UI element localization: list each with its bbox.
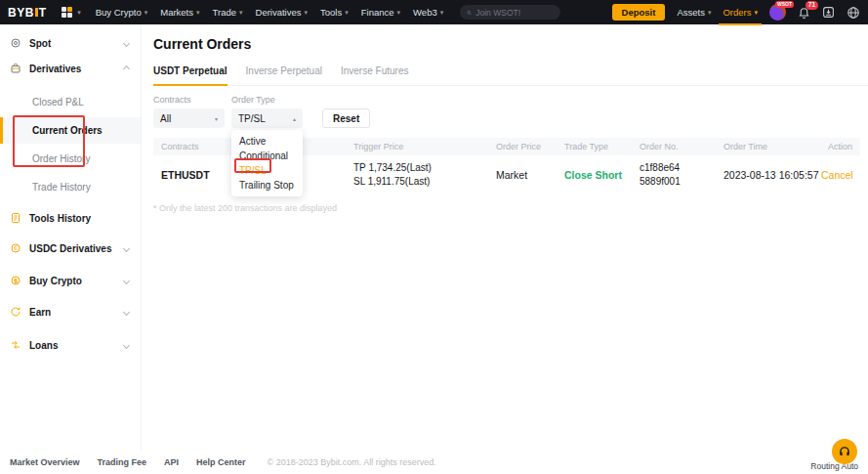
sidebar-item-usdc-derivatives[interactable]: USDC Derivatives: [0, 236, 141, 261]
chevron-down-icon: ▾: [215, 115, 218, 122]
sidebar-item-order-history[interactable]: Order History: [0, 146, 141, 172]
support-chat-button[interactable]: [832, 439, 857, 464]
apps-grid-icon: [62, 7, 73, 19]
sidebar-item-buy-crypto[interactable]: Buy Crypto: [0, 268, 141, 293]
chevron-down-icon: [123, 308, 130, 315]
search-icon: [467, 9, 472, 17]
language-button[interactable]: [847, 6, 860, 20]
page-title: Current Orders: [153, 36, 868, 52]
chevron-up-icon: ▴: [293, 115, 296, 122]
footer-link-market-overview[interactable]: Market Overview: [10, 457, 80, 467]
reset-button[interactable]: Reset: [322, 108, 370, 128]
order-type-select[interactable]: TP/SL ▴: [231, 108, 303, 128]
derivatives-icon: [10, 63, 21, 74]
nav-buy-crypto[interactable]: Buy Crypto▾: [96, 7, 148, 18]
footer-link-api[interactable]: API: [164, 457, 179, 467]
table-footnote: * Only the latest 200 transactions are d…: [153, 203, 868, 213]
chevron-down-icon: [123, 341, 130, 348]
cell-trade-type: Close Short: [564, 169, 640, 181]
buy-crypto-icon: [10, 275, 21, 286]
tab-inverse-perpetual[interactable]: Inverse Perpetual: [246, 65, 322, 85]
dropdown-option-active[interactable]: Active: [231, 134, 303, 149]
logo-i-bar: [35, 8, 38, 17]
dropdown-option-tpsl[interactable]: TP/SL: [231, 163, 303, 178]
spot-icon: [10, 37, 21, 49]
chevron-down-icon: ▾: [305, 9, 309, 17]
chevron-down-icon: ▾: [196, 9, 200, 17]
chevron-down-icon: ▾: [145, 9, 148, 17]
contracts-select[interactable]: All ▾: [153, 108, 225, 128]
sidebar-item-trade-history[interactable]: Trade History: [0, 174, 141, 200]
sidebar-item-derivatives[interactable]: Derivatives: [0, 56, 141, 81]
logo-text-suffix: T: [39, 6, 47, 20]
sidebar-item-spot[interactable]: Spot: [0, 30, 141, 56]
footer: Market Overview Trading Fee API Help Cen…: [0, 451, 868, 474]
tab-usdt-perpetual[interactable]: USDT Perpetual: [153, 65, 227, 86]
main-content: Current Orders USDT Perpetual Inverse Pe…: [143, 24, 868, 451]
chevron-up-icon: [123, 65, 130, 71]
sidebar-item-current-orders[interactable]: Current Orders: [0, 117, 141, 144]
download-app-button[interactable]: [822, 6, 835, 19]
download-icon: [822, 6, 835, 19]
tools-history-icon: [10, 212, 21, 224]
nav-derivatives[interactable]: Derivatives▾: [256, 7, 309, 18]
chevron-down-icon: ▾: [708, 9, 712, 17]
col-order-no: Order No.: [640, 142, 723, 151]
sidebar: Spot Derivatives Closed P&L Current Orde…: [0, 24, 142, 451]
cell-order-no: c1f88e64 5889f001: [640, 161, 723, 189]
chevron-down-icon: [123, 244, 130, 251]
cell-trigger-price: TP 1,734.25(Last) SL 1,911.75(Last): [353, 161, 496, 189]
chevron-down-icon: ▾: [397, 9, 401, 17]
chevron-down-icon: [123, 39, 130, 46]
dropdown-option-conditional[interactable]: Conditional: [231, 149, 303, 163]
nav-web3[interactable]: Web3▾: [413, 7, 443, 18]
cancel-order-button[interactable]: Cancel: [821, 169, 853, 181]
sidebar-item-closed-pnl[interactable]: Closed P&L: [0, 89, 141, 115]
tab-inverse-futures[interactable]: Inverse Futures: [341, 65, 408, 85]
order-type-dropdown: Active Conditional TP/SL Trailing Stop: [231, 130, 303, 196]
footer-link-help-center[interactable]: Help Center: [196, 457, 246, 467]
earn-icon: [10, 306, 21, 318]
col-order-price: Order Price: [496, 142, 564, 151]
chevron-down-icon: [123, 277, 130, 283]
chevron-down-icon: ▾: [345, 9, 349, 17]
nav-trade[interactable]: Trade▾: [213, 7, 243, 18]
sidebar-item-loans[interactable]: Loans: [0, 332, 141, 358]
logo-text-prefix: BYB: [8, 6, 34, 20]
copyright-text: © 2018-2023 Bybit.com. All rights reserv…: [268, 457, 436, 467]
nav-markets[interactable]: Markets▾: [160, 7, 199, 18]
col-trade-type: Trade Type: [564, 142, 640, 151]
search-box[interactable]: [460, 5, 560, 20]
nav-tools[interactable]: Tools▾: [320, 7, 349, 18]
user-avatar[interactable]: WSOT: [769, 4, 786, 21]
cell-order-time: 2023-08-13 16:05:57: [723, 169, 821, 181]
sidebar-item-tools-history[interactable]: Tools History: [0, 205, 141, 231]
col-trigger-price: Trigger Price: [353, 142, 496, 151]
loans-icon: [10, 339, 21, 351]
nav-orders[interactable]: Orders▾: [723, 7, 758, 18]
apps-menu-button[interactable]: ▾: [62, 7, 81, 19]
dropdown-option-trailing-stop[interactable]: Trailing Stop: [231, 178, 303, 193]
notifications-button[interactable]: 71: [798, 6, 810, 19]
chevron-down-icon: ▾: [440, 9, 444, 17]
bybit-logo[interactable]: BYB T: [8, 6, 47, 20]
chevron-down-icon: ▾: [77, 9, 81, 17]
nav-finance[interactable]: Finance▾: [361, 7, 400, 18]
chevron-down-icon: ▾: [239, 9, 243, 17]
filter-bar: Contracts All ▾ Order Type TP/SL ▴ Reset: [153, 95, 868, 128]
col-action: Action: [821, 142, 852, 151]
sidebar-item-earn[interactable]: Earn: [0, 299, 141, 324]
notification-count-badge: 71: [806, 1, 818, 10]
routing-auto-label: Routing Auto: [810, 461, 858, 471]
tab-bar: USDT Perpetual Inverse Perpetual Inverse…: [153, 65, 868, 86]
wsot-badge: WSOT: [775, 1, 794, 8]
nav-assets[interactable]: Assets▾: [677, 7, 711, 18]
cell-order-price: Market: [496, 169, 564, 181]
search-input[interactable]: [475, 8, 554, 18]
footer-link-trading-fee[interactable]: Trading Fee: [98, 457, 147, 467]
usdc-coin-icon: [10, 242, 21, 254]
chevron-down-icon: ▾: [754, 9, 758, 17]
deposit-button[interactable]: Deposit: [612, 4, 666, 21]
order-type-filter-label: Order Type: [231, 95, 303, 105]
globe-icon: [847, 6, 860, 20]
